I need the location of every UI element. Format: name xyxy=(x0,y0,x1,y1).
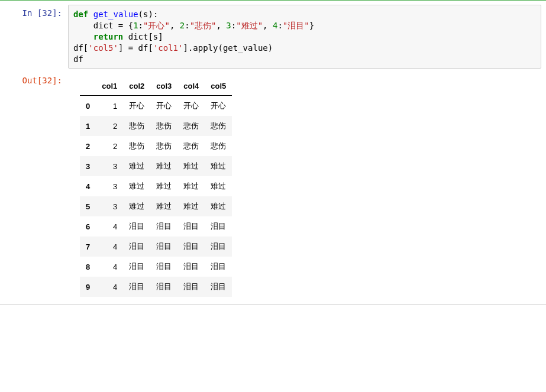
table-row: 12悲伤悲伤悲伤悲伤 xyxy=(80,116,232,136)
column-header: col5 xyxy=(205,77,232,96)
table-cell: 难过 xyxy=(150,156,177,176)
table-cell: 开心 xyxy=(177,96,205,116)
table-cell: 泪目 xyxy=(123,237,150,257)
table-cell: 难过 xyxy=(123,176,150,196)
row-index: 4 xyxy=(80,176,96,196)
table-cell: 泪目 xyxy=(205,277,232,297)
table-cell: 悲伤 xyxy=(123,116,150,136)
df-last: df xyxy=(73,54,83,64)
row-index: 8 xyxy=(80,257,96,277)
comma-3: , xyxy=(263,21,273,30)
table-row: 22悲伤悲伤悲伤悲伤 xyxy=(80,136,232,156)
str-4: "泪目" xyxy=(283,21,309,30)
table-row: 94泪目泪目泪目泪目 xyxy=(80,277,232,297)
table-cell: 难过 xyxy=(123,156,150,176)
table-cell: 泪目 xyxy=(177,237,205,257)
row-index: 7 xyxy=(80,237,96,257)
num-2: 2 xyxy=(180,21,185,30)
table-row: 74泪目泪目泪目泪目 xyxy=(80,237,232,257)
output-prompt: Out[32]: xyxy=(0,72,68,85)
df-left: df[ xyxy=(73,43,88,53)
function-name: get_value xyxy=(93,9,138,19)
table-cell: 难过 xyxy=(177,176,205,196)
equals-brace: = { xyxy=(113,21,133,30)
table-row: 33难过难过难过难过 xyxy=(80,156,232,176)
col1-str: 'col1' xyxy=(153,43,183,53)
table-cell: 开心 xyxy=(205,96,232,116)
code-input[interactable]: def get_value(s): dict = {1:"开心", 2:"悲伤"… xyxy=(68,5,541,69)
column-header: col2 xyxy=(123,77,150,96)
table-cell: 2 xyxy=(96,116,123,136)
table-cell: 泪目 xyxy=(177,216,205,237)
table-cell: 难过 xyxy=(150,196,177,216)
column-header: col3 xyxy=(150,77,177,96)
index-header xyxy=(80,77,96,96)
table-cell: 开心 xyxy=(150,96,177,116)
table-cell: 3 xyxy=(96,196,123,216)
close-brace: } xyxy=(309,21,314,30)
table-cell: 泪目 xyxy=(150,277,177,297)
colon-1: : xyxy=(138,21,143,30)
table-cell: 泪目 xyxy=(150,216,177,237)
keyword-return: return xyxy=(93,32,124,41)
table-cell: 悲伤 xyxy=(150,136,177,156)
output-row: Out[32]: col1col2col3col4col5 01开心开心开心开心… xyxy=(0,70,546,304)
apply-text: ].apply(get_value) xyxy=(183,43,273,53)
table-cell: 泪目 xyxy=(205,216,232,237)
column-header: col4 xyxy=(177,77,205,96)
table-cell: 4 xyxy=(96,277,123,297)
str-3: "难过" xyxy=(236,21,263,30)
table-row: 43难过难过难过难过 xyxy=(80,176,232,196)
table-cell: 泪目 xyxy=(150,237,177,257)
row-index: 6 xyxy=(80,216,96,237)
input-row: In [32]: def get_value(s): dict = {1:"开心… xyxy=(0,3,546,70)
output-area: col1col2col3col4col5 01开心开心开心开心12悲伤悲伤悲伤悲… xyxy=(68,72,546,303)
table-cell: 难过 xyxy=(177,196,205,216)
num-1: 1 xyxy=(133,21,138,30)
table-cell: 悲伤 xyxy=(123,136,150,156)
row-index: 5 xyxy=(80,196,96,216)
table-cell: 1 xyxy=(96,96,123,116)
table-cell: 难过 xyxy=(177,156,205,176)
table-row: 01开心开心开心开心 xyxy=(80,96,232,116)
row-index: 0 xyxy=(80,96,96,116)
table-cell: 悲伤 xyxy=(177,116,205,136)
table-cell: 泪目 xyxy=(205,257,232,277)
num-3: 3 xyxy=(226,21,231,30)
col5-str: 'col5' xyxy=(88,43,118,53)
table-cell: 4 xyxy=(96,257,123,277)
str-2: "悲伤" xyxy=(190,21,217,30)
comma-2: , xyxy=(216,21,226,30)
colon-2: : xyxy=(185,21,189,30)
colon-3: : xyxy=(231,21,236,30)
table-cell: 悲伤 xyxy=(177,136,205,156)
table-cell: 泪目 xyxy=(205,237,232,257)
table-cell: 4 xyxy=(96,237,123,257)
table-cell: 难过 xyxy=(205,196,232,216)
table-cell: 难过 xyxy=(150,176,177,196)
paren-s: (s): xyxy=(138,9,159,19)
table-cell: 泪目 xyxy=(123,257,150,277)
table-row: 84泪目泪目泪目泪目 xyxy=(80,257,232,277)
row-index: 9 xyxy=(80,277,96,297)
table-cell: 泪目 xyxy=(123,216,150,237)
table-row: 64泪目泪目泪目泪目 xyxy=(80,216,232,237)
table-body: 01开心开心开心开心12悲伤悲伤悲伤悲伤22悲伤悲伤悲伤悲伤33难过难过难过难过… xyxy=(80,96,232,297)
table-cell: 难过 xyxy=(123,196,150,216)
table-cell: 2 xyxy=(96,136,123,156)
table-cell: 悲伤 xyxy=(150,116,177,136)
mid-text: ] = df[ xyxy=(118,43,153,53)
table-cell: 3 xyxy=(96,156,123,176)
row-index: 2 xyxy=(80,136,96,156)
table-cell: 悲伤 xyxy=(205,116,232,136)
dict-sub: dict[s] xyxy=(123,32,163,41)
keyword-def: def xyxy=(73,9,88,19)
table-cell: 4 xyxy=(96,216,123,237)
table-cell: 泪目 xyxy=(177,277,205,297)
table-cell: 泪目 xyxy=(150,257,177,277)
row-index: 3 xyxy=(80,156,96,176)
table-cell: 泪目 xyxy=(123,277,150,297)
table-cell: 开心 xyxy=(123,96,150,116)
table-cell: 悲伤 xyxy=(205,136,232,156)
table-cell: 3 xyxy=(96,176,123,196)
